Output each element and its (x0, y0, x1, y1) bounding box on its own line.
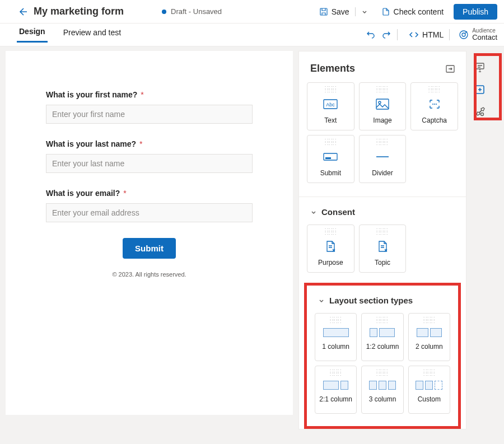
status-dot-icon (162, 10, 166, 14)
dock-icon[interactable] (446, 65, 455, 73)
element-label: Purpose (318, 259, 343, 267)
section-consent-header[interactable]: Consent (299, 197, 466, 225)
section-title: Layout section types (329, 296, 413, 305)
grip-icon: ∷∷∷∷∷∷ (330, 370, 342, 376)
email-label: What is your email? (46, 189, 120, 198)
email-input[interactable] (46, 203, 253, 222)
grip-icon: ∷∷∷∷∷∷ (428, 86, 440, 93)
element-label: 1:2 column (366, 343, 399, 350)
layout-3-column[interactable]: ∷∷∷∷∷∷ 3 column (361, 366, 403, 414)
element-submit[interactable]: ∷∷∷∷∷∷ Submit (307, 135, 354, 183)
tab-design[interactable]: Design (17, 27, 48, 43)
required-marker: * (139, 139, 142, 148)
chevron-down-icon (318, 297, 325, 304)
element-image[interactable]: ∷∷∷∷∷∷ Image (359, 82, 407, 130)
layout-shape (323, 381, 348, 390)
rail-add-icon[interactable] (475, 85, 485, 95)
layout-1-2-column[interactable]: ∷∷∷∷∷∷ 1:2 column (361, 313, 403, 361)
layout-2-1-column[interactable]: ∷∷∷∷∷∷ 2:1 column (315, 366, 357, 414)
svg-rect-11 (476, 63, 484, 69)
redo-button[interactable] (381, 30, 391, 40)
page-title: My marketing form (34, 6, 124, 17)
submit-icon (323, 150, 338, 163)
first-name-input[interactable] (46, 105, 253, 124)
last-name-input[interactable] (46, 154, 253, 173)
rail-form-icon[interactable] (475, 62, 485, 72)
svg-text:Abc: Abc (326, 102, 335, 108)
section-layouts-header[interactable]: Layout section types (307, 286, 458, 313)
layout-shape (323, 328, 349, 337)
publish-button[interactable]: Publish (454, 4, 497, 20)
save-label: Save (332, 7, 349, 16)
callout-layouts: Layout section types ∷∷∷∷∷∷ 1 column ∷∷∷… (304, 283, 461, 429)
layout-custom[interactable]: ∷∷∷∷∷∷ Custom (408, 366, 450, 414)
svg-rect-6 (376, 99, 389, 109)
grip-icon: ∷∷∷∷∷∷ (325, 86, 337, 93)
element-topic[interactable]: ∷∷∷∷∷∷ Topic (359, 225, 407, 273)
grip-icon: ∷∷∷∷∷∷ (376, 139, 388, 146)
element-label: Image (373, 116, 391, 124)
back-arrow-icon[interactable] (17, 6, 28, 17)
panel-title: Elements (310, 63, 355, 74)
layout-1-column[interactable]: ∷∷∷∷∷∷ 1 column (315, 313, 357, 361)
grip-icon: ∷∷∷∷∷∷ (376, 370, 388, 376)
elements-panel: Elements ∷∷∷∷∷∷ Abc Text ∷∷∷∷∷∷ Image (298, 51, 466, 429)
save-button[interactable]: Save (316, 5, 353, 18)
element-label: Text (324, 116, 337, 124)
element-label: 2 column (416, 343, 443, 350)
svg-rect-8 (324, 153, 337, 160)
footer-text: © 2023. All rights reserved. (46, 271, 253, 278)
grip-icon: ∷∷∷∷∷∷ (376, 317, 388, 324)
form-canvas[interactable]: What is your first name?* What is your l… (6, 51, 293, 415)
captcha-icon (428, 97, 441, 111)
svg-rect-0 (320, 8, 327, 15)
element-purpose[interactable]: ∷∷∷∷∷∷ Purpose (307, 225, 354, 273)
svg-point-13 (481, 113, 484, 116)
grip-icon: ∷∷∷∷∷∷ (376, 86, 388, 93)
check-content-button[interactable]: Check content (378, 5, 447, 18)
svg-point-7 (379, 101, 381, 104)
side-rail (466, 46, 493, 117)
first-name-label: What is your first name? (46, 90, 137, 99)
topic-icon (377, 240, 388, 253)
element-label: 3 column (369, 395, 396, 403)
undo-button[interactable] (366, 30, 376, 40)
section-title: Consent (321, 207, 355, 217)
layout-shape (370, 328, 395, 337)
svg-rect-9 (325, 157, 331, 159)
html-view-button[interactable]: HTML (409, 30, 444, 40)
audience-value: Contact (472, 34, 497, 41)
submit-button[interactable]: Submit (123, 238, 176, 259)
layout-shape (416, 381, 442, 390)
save-dropdown[interactable] (358, 6, 371, 17)
check-content-label: Check content (394, 7, 444, 16)
grip-icon: ∷∷∷∷∷∷ (376, 228, 388, 235)
element-captcha[interactable]: ∷∷∷∷∷∷ Captcha (410, 82, 458, 130)
divider-icon (375, 150, 390, 163)
layout-2-column[interactable]: ∷∷∷∷∷∷ 2 column (408, 313, 450, 361)
grip-icon: ∷∷∷∷∷∷ (325, 139, 337, 146)
element-label: Divider (372, 169, 393, 177)
chevron-down-icon (310, 209, 317, 216)
audience-selector[interactable]: Audience Contact (459, 27, 497, 41)
html-label: HTML (422, 30, 444, 39)
element-label: Custom (418, 395, 441, 403)
grip-icon: ∷∷∷∷∷∷ (423, 370, 435, 376)
image-icon (376, 97, 389, 111)
element-label: 1 column (322, 343, 349, 350)
grip-icon: ∷∷∷∷∷∷ (423, 317, 435, 324)
grip-icon: ∷∷∷∷∷∷ (325, 228, 337, 235)
element-text[interactable]: ∷∷∷∷∷∷ Abc Text (307, 82, 354, 130)
divider (355, 7, 356, 16)
purpose-icon (325, 240, 336, 253)
layout-shape (369, 381, 396, 390)
tab-preview[interactable]: Preview and test (61, 28, 124, 42)
required-marker: * (141, 90, 143, 99)
element-divider[interactable]: ∷∷∷∷∷∷ Divider (359, 135, 407, 183)
status-text: Draft - Unsaved (171, 7, 222, 16)
layout-shape (417, 328, 442, 337)
element-label: Captcha (422, 116, 447, 124)
divider (449, 29, 450, 40)
divider (397, 29, 398, 40)
rail-settings-icon[interactable] (475, 107, 485, 117)
